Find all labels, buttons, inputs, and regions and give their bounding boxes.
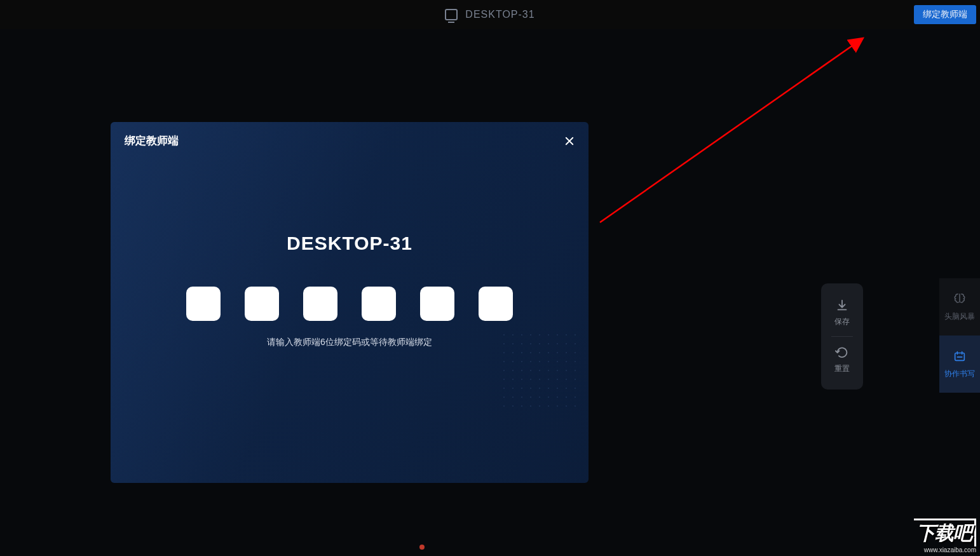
code-digit-2[interactable] [245,287,279,321]
collab-write-tab[interactable]: 协作书写 [939,336,980,393]
modal-close-button[interactable] [562,133,577,149]
brainstorm-tab[interactable]: 头脑风暴 [939,278,980,336]
topbar-title-group: DESKTOP-31 [445,9,534,20]
code-digit-3[interactable] [303,287,337,321]
modal-hint-text: 请输入教师端6位绑定码或等待教师端绑定 [111,337,589,348]
save-button[interactable]: 保存 [821,292,863,334]
brainstorm-label: 头脑风暴 [944,311,975,322]
toolbar-divider [831,336,853,337]
collab-icon [953,349,967,363]
collab-label: 协作书写 [944,369,975,379]
monitor-icon [445,9,458,20]
bind-modal: 绑定教师端 DESKTOP-31 请输入教师端6位绑定码或等待教师端绑定 [111,122,589,483]
refresh-icon [835,346,849,360]
bind-teacher-button[interactable]: 绑定教师端 [914,5,976,24]
code-input-row [111,287,589,321]
top-bar: DESKTOP-31 绑定教师端 [0,0,980,29]
reset-button[interactable]: 重置 [821,339,863,381]
device-name-label: DESKTOP-31 [465,9,534,20]
code-digit-1[interactable] [186,287,221,321]
modal-device-name: DESKTOP-31 [111,233,589,254]
close-icon [564,135,575,147]
modal-title: 绑定教师端 [125,133,179,148]
reset-label: 重置 [834,363,850,374]
side-tabs: 头脑风暴 协作书写 [939,278,980,393]
watermark-url: www.xiazaiba.com [914,546,976,553]
code-digit-6[interactable] [479,287,513,321]
download-icon [835,299,849,313]
code-digit-5[interactable] [420,287,454,321]
watermark-brand: 下载吧 [914,519,976,546]
watermark: 下载吧 www.xiazaiba.com [914,519,976,553]
floating-toolbar: 保存 重置 [821,283,863,390]
save-label: 保存 [834,316,850,327]
code-digit-4[interactable] [362,287,396,321]
brain-icon [953,292,967,306]
page-indicator-dot [419,545,425,550]
